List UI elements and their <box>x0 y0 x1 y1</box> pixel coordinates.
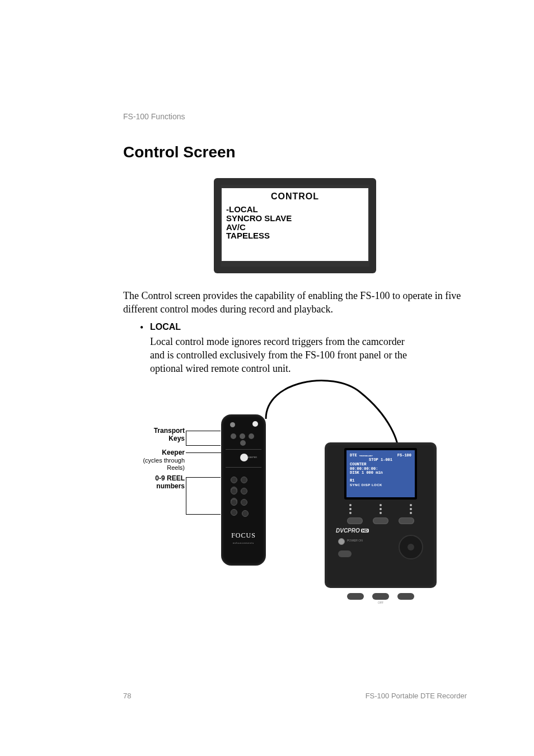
nav-wheel <box>399 535 423 559</box>
remote-led <box>230 422 235 427</box>
fs100-lower-controls: POWER ON <box>330 536 431 570</box>
remote-control: KEEPER FOCUS enhancements <box>221 414 266 566</box>
leader-line <box>186 477 186 514</box>
remote-logo-sub: enhancements <box>221 542 266 544</box>
hardware-figure: Transport Keys Keeper (cycles through Re… <box>123 381 467 616</box>
power-label: POWER ON <box>347 539 363 542</box>
lcd-title: CONTROL <box>226 192 364 202</box>
lcd-line: AV/C <box>226 223 364 232</box>
callout-subtext: (cycles through <box>143 457 185 464</box>
callout-transport: Transport Keys <box>146 427 185 442</box>
callout-keeper: Keeper (cycles through Reels) <box>135 449 185 472</box>
lcd-frame: CONTROL -LOCAL SYNCRO SLAVE AV/C TAPELES… <box>214 178 376 273</box>
divider <box>226 449 261 450</box>
screen-disk: DISK 1 000 min <box>350 471 411 475</box>
page-number: 78 <box>123 692 131 700</box>
bullet-marker: • <box>140 322 150 334</box>
page-footer: 78 FS-100 Portable DTE Recorder <box>123 692 467 700</box>
divider <box>226 467 261 468</box>
callout-reel: 0-9 REEL numbers <box>143 475 185 489</box>
leader-line <box>186 431 186 445</box>
screen-brand: DTE <box>350 453 357 458</box>
callout-subtext: Reels) <box>167 464 185 471</box>
callout-text: Transport <box>154 427 185 435</box>
lcd-line: TAPELESS <box>226 231 364 240</box>
bottom-button-row <box>347 593 414 600</box>
indicator-dots <box>349 504 412 514</box>
leader-line <box>186 445 221 446</box>
footer-doc-title: FS-100 Portable DTE Recorder <box>366 692 467 700</box>
screen-reel: R1 <box>350 479 411 483</box>
remote-transport-row <box>229 431 258 437</box>
remote-keeper-label: KEEPER <box>248 456 257 459</box>
screen-model: FS-100 <box>397 454 411 458</box>
lcd-screen: CONTROL -LOCAL SYNCRO SLAVE AV/C TAPELES… <box>221 185 369 267</box>
intro-paragraph: The Control screen provides the capabili… <box>123 289 467 316</box>
leader-line <box>186 477 221 478</box>
remote-keeper-button <box>240 454 248 461</box>
dvcpro-text: DVCPRO <box>336 528 360 534</box>
power-button <box>338 538 345 545</box>
lcd-line: -LOCAL <box>226 205 364 214</box>
section-title: Control Screen <box>123 143 467 161</box>
nav-wheel-center <box>407 544 414 550</box>
dvcpro-logo: DVCPRO HD <box>336 528 431 534</box>
callout-text: Keys <box>168 435 185 442</box>
leader-line <box>186 431 221 431</box>
soft-buttons <box>347 517 414 524</box>
callout-text: Keeper <box>162 449 185 456</box>
fs100-screen: DTE TECHNOLOGY FS-100 STOP 1-001 COUNTER… <box>344 448 417 500</box>
remote-numpad-row <box>240 510 248 520</box>
screen-softkey-labels: SYNC DISP LOCK <box>350 483 423 487</box>
remote-button <box>240 440 246 446</box>
fs100-device: DTE TECHNOLOGY FS-100 STOP 1-001 COUNTER… <box>325 442 437 588</box>
lcd-line: SYNCRO SLAVE <box>226 214 364 223</box>
remote-logo: FOCUS <box>221 531 266 540</box>
callout-text: 0-9 REEL <box>155 474 185 482</box>
callout-text: numbers <box>156 482 185 490</box>
running-header: FS-100 Functions <box>123 112 467 121</box>
bullet-body: Local control mode ignores record trigge… <box>150 335 419 376</box>
leader-line <box>186 452 224 453</box>
bullet-label: LOCAL <box>150 322 181 334</box>
leader-line <box>186 514 221 515</box>
bullet-item: • LOCAL <box>140 322 467 334</box>
device-button <box>338 550 352 557</box>
hd-badge: HD <box>361 529 369 533</box>
lcd-figure: CONTROL -LOCAL SYNCRO SLAVE AV/C TAPELES… <box>123 178 467 273</box>
remote-button <box>252 421 258 427</box>
screen-brand-sub: TECHNOLOGY <box>359 455 373 457</box>
off-label: OFF <box>330 601 431 604</box>
